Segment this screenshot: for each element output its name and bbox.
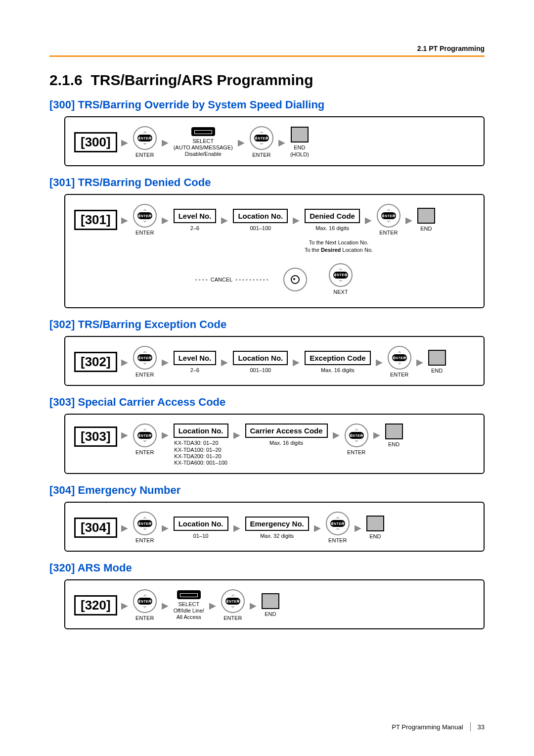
- enter-label: ENTER: [135, 449, 154, 456]
- arrow-icon: ▶: [209, 600, 216, 611]
- location-no-box: Location No.: [174, 424, 228, 438]
- arrow-icon: ▶: [121, 600, 128, 611]
- enter-key-icon: ENTER: [133, 346, 157, 370]
- flow-300: [300] ▶ ENTER ENTER ▶ SELECT (AUTO ANS/M…: [64, 116, 485, 166]
- arrow-icon: ▶: [250, 600, 257, 611]
- enter-label: ENTER: [379, 230, 398, 236]
- emergency-no-box: Emergency No.: [245, 517, 309, 531]
- arrow-icon: ▶: [373, 429, 380, 440]
- jog-dial-icon: [283, 268, 307, 291]
- arrow-icon: ▶: [333, 429, 340, 440]
- arrow-icon: ▶: [121, 215, 128, 226]
- enter-key-icon: ENTER: [345, 424, 368, 447]
- enter-label: ENTER: [328, 537, 347, 544]
- denied-range: Max. 16 digits: [315, 225, 349, 232]
- footer-page-number: 33: [478, 723, 485, 731]
- hold-key-icon: [291, 127, 309, 142]
- select-key-icon: [191, 127, 215, 136]
- enter-key-icon: ENTER: [133, 424, 157, 447]
- location-ranges: KX-TDA30: 01–20 KX-TDA100: 01–20 KX-TDA2…: [174, 440, 227, 466]
- arrow-icon: ▶: [416, 357, 423, 368]
- select-caption: SELECT Off/Idle Line/ All Access: [174, 601, 204, 621]
- to-next-note: To the Next Location No.: [203, 239, 475, 246]
- enter-key-icon: ENTER: [133, 126, 157, 150]
- arrow-icon: ▶: [121, 357, 128, 368]
- next-label: NEXT: [333, 289, 348, 295]
- page-footer: PT Programming Manual 33: [392, 722, 485, 731]
- arrow-icon: ▶: [162, 137, 169, 148]
- end-label: END: [420, 226, 432, 232]
- flow-303: [303] ▶ ENTER ENTER ▶ Location No. KX-TD…: [64, 414, 485, 474]
- hold-key-icon: [262, 593, 279, 609]
- cancel-label: CANCEL: [211, 277, 233, 283]
- level-range: 2–6: [190, 367, 199, 374]
- enter-label: ENTER: [390, 372, 408, 378]
- arrow-icon: ▶: [162, 600, 169, 611]
- location-range: 01–10: [193, 533, 209, 539]
- arrow-icon: ▶: [162, 357, 169, 368]
- arrow-icon: ▶: [238, 137, 245, 148]
- arrow-icon: ▶: [405, 215, 412, 226]
- subheading-303: [303] Special Carrier Access Code: [49, 396, 485, 409]
- hold-key-icon: [417, 208, 435, 224]
- hold-key-icon: [428, 350, 446, 366]
- arrow-icon: ▶: [121, 522, 128, 533]
- end-label: END: [265, 611, 276, 617]
- enter-key-icon: ENTER: [133, 589, 157, 613]
- arrow-icon: ▶: [121, 429, 128, 440]
- enter-label: ENTER: [135, 372, 154, 378]
- arrow-icon: ▶: [376, 357, 383, 368]
- code-box-320: [320]: [74, 595, 117, 615]
- arrow-icon: ▶: [162, 215, 169, 226]
- location-range: 001–100: [250, 367, 271, 374]
- hold-key-icon: [366, 516, 384, 531]
- arrow-icon: ▶: [314, 522, 321, 533]
- end-label: END: [388, 441, 400, 448]
- flow-302: [302] ▶ ENTER ENTER ▶ Level No. 2–6 ▶ Lo…: [64, 336, 485, 386]
- arrow-icon: ▶: [221, 357, 228, 368]
- exception-range: Max. 16 digits: [321, 367, 355, 374]
- enter-label: ENTER: [135, 230, 154, 236]
- subheading-320: [320] ARS Mode: [49, 562, 485, 574]
- enter-key-icon: ENTER: [221, 589, 245, 613]
- enter-key-icon: ENTER: [388, 346, 411, 370]
- orange-divider: [49, 55, 485, 57]
- location-no-box: Location No.: [233, 351, 288, 365]
- location-no-box: Location No.: [233, 209, 288, 223]
- enter-label: ENTER: [347, 449, 365, 456]
- flow-304: [304] ▶ ENTER ENTER ▶ Location No. 01–10…: [64, 502, 485, 552]
- footer-manual-title: PT Programming Manual: [392, 723, 463, 731]
- end-label: END: [369, 533, 381, 540]
- code-box-302: [302]: [74, 352, 117, 372]
- arrow-icon: ▶: [355, 522, 361, 533]
- level-range: 2–6: [190, 225, 199, 232]
- hold-key-icon: [385, 424, 403, 439]
- flow-320: [320] ▶ ENTER ENTER ▶ SELECT Off/Idle Li…: [64, 579, 485, 629]
- location-range: 001–100: [250, 225, 271, 232]
- select-key-icon: [177, 590, 201, 599]
- enter-key-icon: ENTER: [326, 512, 350, 535]
- end-label: END: [431, 368, 443, 374]
- arrow-icon: ▶: [233, 522, 240, 533]
- arrow-icon: ▶: [121, 137, 128, 148]
- subheading-300: [300] TRS/Barring Override by System Spe…: [49, 98, 485, 111]
- enter-key-icon: ENTER: [377, 204, 400, 228]
- flow-301: [301] ▶ ENTER ENTER ▶ Level No. 2–6 ▶ Lo…: [64, 194, 485, 308]
- arrow-icon: ▶: [278, 137, 285, 148]
- enter-label: ENTER: [252, 152, 270, 158]
- arrow-icon: ▶: [233, 429, 240, 440]
- arrow-icon: ▶: [162, 522, 169, 533]
- arrow-icon: ▶: [365, 215, 372, 226]
- denied-code-box: Denied Code: [305, 209, 360, 223]
- subheading-302: [302] TRS/Barring Exception Code: [49, 318, 485, 331]
- to-desired-note: To the Desired Location No.: [203, 246, 475, 253]
- select-caption: SELECT (AUTO ANS/MESSAGE) Disable/Enable: [174, 138, 233, 158]
- enter-key-icon: ENTER: [133, 512, 157, 535]
- code-box-304: [304]: [74, 518, 117, 538]
- subheading-301: [301] TRS/Barring Denied Code: [49, 176, 485, 189]
- carrier-range: Max. 16 digits: [269, 440, 303, 446]
- section-header: 2.1 PT Programming: [49, 45, 485, 55]
- emergency-range: Max. 32 digits: [260, 533, 294, 539]
- carrier-access-code-box: Carrier Access Code: [245, 424, 328, 438]
- arrow-icon: ▶: [293, 357, 300, 368]
